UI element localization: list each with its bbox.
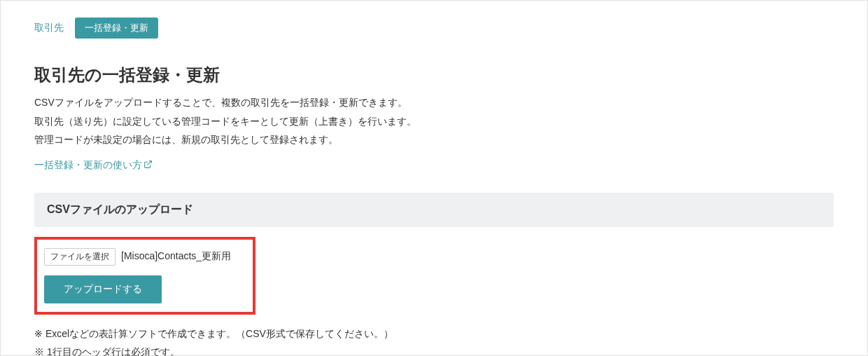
- upload-button[interactable]: アップロードする: [44, 275, 162, 303]
- note-line-1: ※ Excelなどの表計算ソフトで作成できます。（CSV形式で保存してください。…: [34, 324, 834, 343]
- page-title: 取引先の一括登録・更新: [34, 64, 834, 86]
- upload-notes: ※ Excelなどの表計算ソフトで作成できます。（CSV形式で保存してください。…: [34, 324, 834, 356]
- desc-line-2: 取引先（送り先）に設定している管理コードをキーとして更新（上書き）を行います。: [34, 112, 834, 131]
- breadcrumb: 取引先 一括登録・更新: [34, 18, 834, 39]
- upload-highlight-box: ファイルを選択 [Misoca]Contacts_更新用 アップロードする: [34, 237, 255, 315]
- note-line-2: ※ 1行目のヘッダ行は必須です。: [34, 343, 834, 356]
- help-link-label: 一括登録・更新の使い方: [34, 159, 142, 172]
- file-select-button[interactable]: ファイルを選択: [44, 248, 115, 266]
- file-input-row: ファイルを選択 [Misoca]Contacts_更新用: [44, 248, 246, 266]
- breadcrumb-parent-link[interactable]: 取引先: [34, 22, 64, 34]
- help-link[interactable]: 一括登録・更新の使い方: [34, 159, 153, 172]
- external-link-icon: [144, 160, 153, 171]
- upload-section-header: CSVファイルのアップロード: [34, 193, 834, 227]
- breadcrumb-current: 一括登録・更新: [75, 18, 158, 39]
- page-description: CSVファイルをアップロードすることで、複数の取引先を一括登録・更新できます。 …: [34, 93, 834, 149]
- desc-line-3: 管理コードが未設定の場合には、新規の取引先として登録されます。: [34, 130, 834, 149]
- desc-line-1: CSVファイルをアップロードすることで、複数の取引先を一括登録・更新できます。: [34, 93, 834, 112]
- svg-line-0: [147, 160, 151, 165]
- selected-filename: [Misoca]Contacts_更新用: [121, 250, 231, 263]
- page-container: 取引先 一括登録・更新 取引先の一括登録・更新 CSVファイルをアップロードする…: [0, 0, 868, 356]
